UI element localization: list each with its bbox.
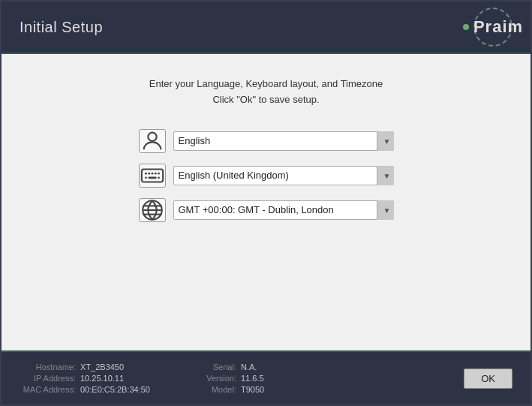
hostname-label: Hostname:: [20, 362, 76, 371]
footer-left-col: Hostname: XT_2B3450 IP Address: 10.25.10…: [20, 362, 150, 394]
footer: Hostname: XT_2B3450 IP Address: 10.25.10…: [2, 350, 530, 404]
model-value: T9050: [241, 385, 264, 394]
language-row: English French German Spanish: [139, 129, 394, 153]
logo: Praim: [473, 8, 512, 47]
version-row: Version: 11.6.5: [180, 374, 264, 383]
serial-label: Serial:: [180, 362, 236, 371]
footer-right-col: Serial: N.A. Version: 11.6.5 Model: T905…: [180, 362, 264, 394]
logo-dot: [463, 24, 469, 30]
footer-info: Hostname: XT_2B3450 IP Address: 10.25.10…: [20, 362, 464, 394]
instruction-line2: Click "Ok" to save setup.: [149, 92, 383, 108]
header: Initial Setup Praim: [2, 2, 530, 54]
language-icon: [139, 129, 166, 153]
version-label: Version:: [180, 374, 236, 383]
main-window: Initial Setup Praim Enter your Language,…: [0, 0, 532, 406]
mac-label: MAC Address:: [20, 385, 76, 394]
keyboard-select[interactable]: English (United Kingdom) English (US) Fr…: [173, 166, 394, 185]
hostname-value: XT_2B3450: [80, 362, 124, 371]
svg-point-0: [148, 132, 156, 140]
language-select-wrapper: English French German Spanish: [173, 131, 394, 151]
keyboard-select-wrapper: English (United Kingdom) English (US) Fr…: [173, 166, 394, 185]
setup-form: English French German Spanish: [139, 129, 394, 222]
timezone-row: GMT +00:00: GMT - Dublin, London GMT +01…: [139, 198, 394, 222]
model-row: Model: T9050: [180, 385, 264, 394]
svg-rect-1: [141, 169, 162, 182]
mac-value: 00:E0:C5:2B:34:50: [80, 385, 150, 394]
logo-ring-decoration: Praim: [473, 8, 512, 47]
timezone-select[interactable]: GMT +00:00: GMT - Dublin, London GMT +01…: [173, 200, 394, 220]
ok-button[interactable]: OK: [464, 368, 512, 389]
hostname-row: Hostname: XT_2B3450: [20, 362, 150, 371]
mac-row: MAC Address: 00:E0:C5:2B:34:50: [20, 385, 150, 394]
keyboard-row: English (United Kingdom) English (US) Fr…: [139, 164, 394, 188]
ip-label: IP Address:: [20, 374, 76, 383]
serial-row: Serial: N.A.: [180, 362, 264, 371]
logo-text: Praim: [473, 17, 523, 37]
timezone-select-wrapper: GMT +00:00: GMT - Dublin, London GMT +01…: [173, 200, 394, 220]
ip-value: 10.25.10.11: [80, 374, 124, 383]
serial-value: N.A.: [241, 362, 257, 371]
model-label: Model:: [180, 385, 236, 394]
keyboard-icon: [139, 164, 166, 188]
language-select[interactable]: English French German Spanish: [173, 131, 394, 151]
timezone-icon: [139, 198, 166, 222]
page-title: Initial Setup: [20, 19, 103, 36]
ip-row: IP Address: 10.25.10.11: [20, 374, 150, 383]
instructions: Enter your Language, Keyboard layout, an…: [149, 77, 383, 108]
version-value: 11.6.5: [241, 374, 264, 383]
main-content: Enter your Language, Keyboard layout, an…: [2, 54, 530, 350]
instruction-line1: Enter your Language, Keyboard layout, an…: [149, 77, 383, 92]
